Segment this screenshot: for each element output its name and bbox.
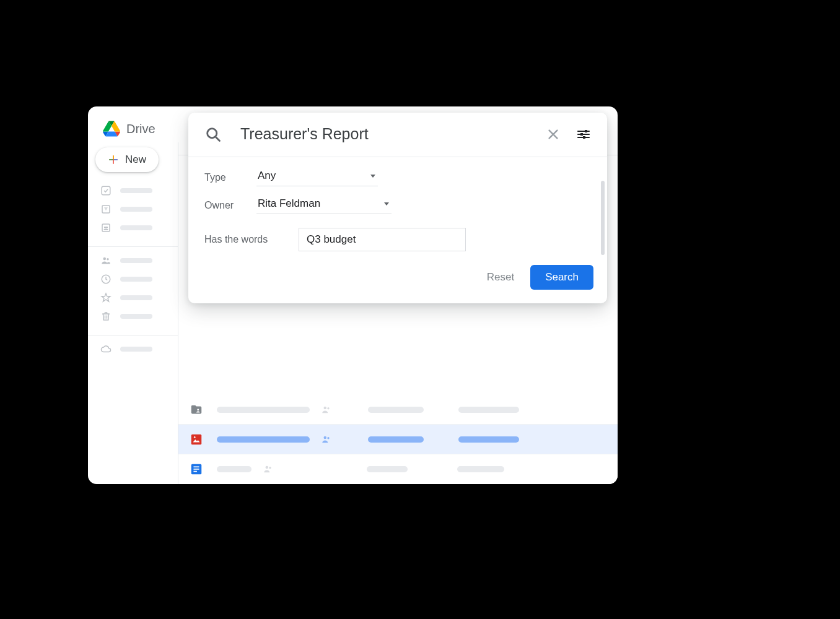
svg-point-9 bbox=[324, 406, 327, 409]
shared-indicator-icon bbox=[263, 464, 274, 475]
chevron-down-icon bbox=[370, 175, 375, 178]
shared-indicator-icon bbox=[321, 404, 332, 415]
drive-logo-icon bbox=[103, 121, 120, 137]
shared-drive-icon bbox=[100, 222, 112, 233]
svg-point-8 bbox=[197, 409, 199, 410]
nav-group-3 bbox=[93, 340, 178, 363]
new-button-label: New bbox=[125, 154, 146, 166]
svg-rect-11 bbox=[191, 434, 202, 444]
trash-icon bbox=[100, 311, 112, 322]
people-icon bbox=[100, 255, 112, 266]
reset-button[interactable]: Reset bbox=[487, 271, 514, 284]
panel-scrollbar[interactable] bbox=[601, 181, 605, 255]
svg-point-10 bbox=[327, 407, 329, 409]
svg-point-13 bbox=[324, 436, 327, 439]
nav-shared-drives[interactable] bbox=[100, 222, 178, 234]
nav-recent[interactable] bbox=[100, 273, 178, 285]
svg-point-20 bbox=[269, 467, 271, 469]
nav-group-1 bbox=[93, 182, 178, 241]
nav-storage[interactable] bbox=[100, 343, 178, 355]
svg-rect-2 bbox=[102, 224, 110, 232]
svg-rect-18 bbox=[193, 471, 197, 472]
filter-type-label: Type bbox=[204, 172, 256, 183]
filter-owner-dropdown[interactable]: Rita Feldman bbox=[256, 196, 392, 214]
folder-shared-icon bbox=[190, 403, 203, 417]
nav-priority[interactable] bbox=[100, 184, 178, 197]
drive-outline-icon bbox=[100, 204, 112, 215]
search-input[interactable]: Treasurer's Report bbox=[240, 125, 528, 143]
svg-point-6 bbox=[107, 258, 108, 260]
star-icon bbox=[100, 292, 112, 303]
search-button[interactable]: Search bbox=[530, 265, 593, 290]
nav-trash[interactable] bbox=[100, 310, 178, 322]
svg-point-3 bbox=[104, 227, 106, 228]
filter-words-label: Has the words bbox=[204, 234, 299, 245]
filter-words-row: Has the words bbox=[204, 228, 591, 251]
svg-point-4 bbox=[106, 227, 108, 228]
svg-rect-23 bbox=[580, 133, 583, 136]
plus-icon bbox=[108, 154, 119, 166]
sidebar: New bbox=[88, 142, 178, 484]
svg-rect-24 bbox=[583, 136, 585, 139]
svg-point-12 bbox=[194, 436, 196, 438]
search-icon[interactable] bbox=[204, 126, 222, 143]
svg-point-14 bbox=[327, 437, 329, 439]
app-title: Drive bbox=[126, 122, 155, 136]
file-row-image[interactable] bbox=[178, 425, 618, 454]
clock-icon bbox=[100, 274, 112, 285]
svg-point-5 bbox=[103, 258, 107, 261]
svg-rect-0 bbox=[102, 186, 110, 195]
nav-starred[interactable] bbox=[100, 292, 178, 304]
svg-rect-16 bbox=[193, 466, 199, 467]
docs-file-icon bbox=[190, 462, 203, 476]
file-row-folder[interactable] bbox=[178, 395, 618, 425]
nav-group-2 bbox=[93, 252, 178, 330]
svg-rect-22 bbox=[585, 130, 587, 132]
clear-search-button[interactable] bbox=[546, 128, 560, 141]
nav-mydrive[interactable] bbox=[100, 203, 178, 215]
svg-rect-17 bbox=[193, 469, 199, 470]
advanced-search-panel: Treasurer's Report Type Any Owner bbox=[188, 113, 607, 303]
new-button[interactable]: New bbox=[95, 147, 159, 172]
filter-type-row: Type Any bbox=[204, 168, 591, 186]
search-options-button[interactable] bbox=[576, 127, 591, 142]
filter-words-input[interactable] bbox=[299, 228, 466, 251]
drive-window: Drive New bbox=[88, 106, 618, 484]
image-file-icon bbox=[190, 433, 203, 446]
tune-icon bbox=[576, 127, 591, 142]
filter-type-value: Any bbox=[258, 170, 276, 182]
check-square-icon bbox=[100, 185, 112, 196]
filter-owner-value: Rita Feldman bbox=[258, 197, 320, 210]
chevron-down-icon bbox=[384, 202, 389, 206]
cloud-icon bbox=[100, 344, 112, 355]
file-row-doc[interactable] bbox=[178, 454, 618, 484]
close-icon bbox=[546, 128, 560, 141]
svg-point-19 bbox=[266, 466, 269, 469]
svg-point-21 bbox=[208, 128, 217, 137]
filter-owner-row: Owner Rita Feldman bbox=[204, 196, 591, 214]
nav-shared-with-me[interactable] bbox=[100, 254, 178, 267]
shared-indicator-icon bbox=[321, 434, 332, 445]
filter-type-dropdown[interactable]: Any bbox=[256, 168, 378, 186]
filter-owner-label: Owner bbox=[204, 200, 256, 211]
file-list bbox=[178, 395, 618, 484]
